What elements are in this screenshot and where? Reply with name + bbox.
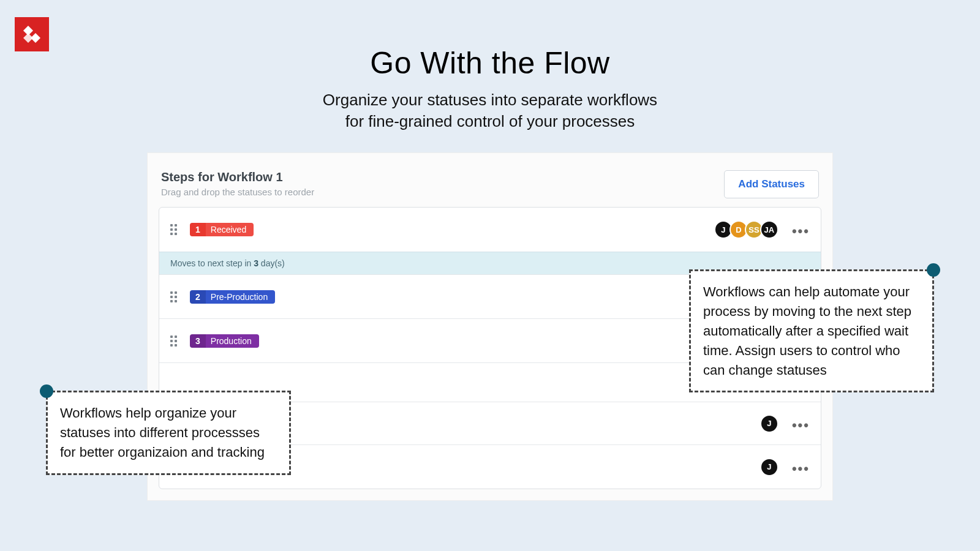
avatar[interactable]: JA <box>760 220 778 239</box>
panel-title: Steps for Workflow 1 <box>161 170 314 184</box>
add-statuses-button[interactable]: Add Statuses <box>724 170 819 198</box>
more-icon[interactable]: ••• <box>792 422 810 425</box>
app-logo <box>15 17 49 51</box>
more-icon[interactable]: ••• <box>792 228 810 231</box>
panel-subtitle: Drag and drop the statuses to reorder <box>161 187 314 197</box>
status-row[interactable]: 1 Received J D SS JA ••• <box>159 208 821 252</box>
callout-dot-icon <box>40 384 53 398</box>
avatar[interactable]: J <box>760 458 778 476</box>
callout-dot-icon <box>927 263 940 277</box>
drag-handle-icon[interactable] <box>170 224 180 235</box>
callout-left: Workflows help organize your statuses in… <box>46 391 291 475</box>
avatar[interactable]: J <box>760 414 778 433</box>
status-pill: 1 Received <box>190 223 254 236</box>
hero-title: Go With the Flow <box>0 45 980 81</box>
callout-right: Workflows can help automate your process… <box>689 269 934 392</box>
assignee-avatars[interactable]: J D SS JA <box>714 220 778 239</box>
drag-handle-icon[interactable] <box>170 291 180 302</box>
status-pill: 3 Production <box>190 334 259 348</box>
hero-subtitle: Organize your statuses into separate wor… <box>0 89 980 132</box>
logo-icon <box>20 22 44 47</box>
drag-handle-icon[interactable] <box>170 335 180 347</box>
status-pill: 2 Pre-Production <box>190 290 275 304</box>
more-icon[interactable]: ••• <box>792 465 810 469</box>
